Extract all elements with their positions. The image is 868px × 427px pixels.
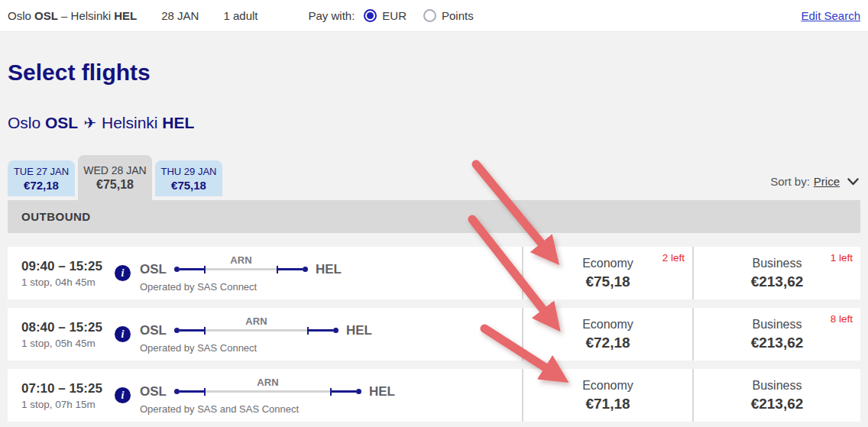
fare-price: €75,18 [585,273,630,290]
route-origin-dot [174,389,180,394]
seats-left-badge: 2 left [662,252,685,264]
sort-by-control[interactable]: Sort by: Price [770,175,859,188]
info-icon[interactable]: i [115,387,131,403]
flight-row: 09:40 – 15:25 1 stop, 04h 45m i OSL ARN … [8,247,860,299]
radio-selected-icon[interactable] [364,9,377,22]
info-icon[interactable]: i [115,326,131,342]
flight-row: 07:10 – 15:25 1 stop, 07h 15m i OSL ARN … [8,369,860,422]
origin-code: OSL [140,323,167,338]
sort-by-label: Sort by: [770,175,810,188]
tab-price-label: €75,18 [96,178,134,192]
date-tab-tue-27-jan[interactable]: TUE 27 JAN €72,18 [8,160,75,196]
airplane-icon: ✈ [83,114,96,132]
cabin-label: Business [753,257,802,270]
summary-to-code: HEL [114,9,137,22]
cabin-label: Economy [582,318,633,332]
route-line: ARN [174,266,308,273]
origin-code: OSL [140,262,167,277]
via-airport-code: ARN [230,254,251,266]
time-block: 07:10 – 15:25 1 stop, 07h 15m [21,381,115,410]
flight-times: 09:40 – 15:25 [21,259,115,274]
pay-option-eur-label[interactable]: EUR [382,9,406,22]
origin-code: OSL [140,384,167,400]
fare-price: €72,18 [585,335,630,351]
via-airport-code: ARN [257,377,278,388]
pay-with-label: Pay with: [308,9,355,22]
page-title: Select flights [8,60,860,86]
route-from-code: OSL [45,114,78,131]
flight-times: 08:40 – 15:25 [21,320,115,335]
pay-option-eur[interactable]: EUR [364,9,406,22]
summary-date: 28 JAN [161,9,199,22]
summary-dash: – [61,9,67,22]
via-airport-code: ARN [245,315,267,327]
seats-left-badge: 1 left [831,252,853,264]
date-tab-strip: TUE 27 JAN €72,18 WED 28 JAN €75,18 THU … [8,155,860,200]
economy-fare-button[interactable]: Economy €72,18 [523,308,692,361]
flight-stops-duration: 1 stop, 04h 45m [21,277,115,288]
route-destination-dot [356,389,361,394]
cabin-label: Business [753,379,802,393]
chevron-down-icon[interactable] [847,178,859,186]
economy-fare-button[interactable]: 2 left Economy €75,18 [523,247,692,299]
economy-fare-button[interactable]: Economy €71,18 [523,369,692,422]
business-fare-button[interactable]: 1 left Business €213,62 [694,247,860,299]
destination-code: HEL [316,262,342,277]
flight-row: 08:40 – 15:25 1 stop, 05h 45m i OSL ARN … [8,308,860,361]
flight-stops-duration: 1 stop, 05h 45m [21,338,115,349]
radio-unselected-icon[interactable] [423,9,436,22]
cabin-label: Economy [582,257,633,270]
flight-times: 07:10 – 15:25 [21,381,115,396]
route-block: OSL ARN HEL Operated by SAS Connect [140,315,372,354]
sort-by-value[interactable]: Price [814,175,840,188]
destination-code: HEL [346,323,372,338]
time-block: 08:40 – 15:25 1 stop, 05h 45m [21,320,115,349]
pay-with-group: Pay with: EUR Points [308,9,484,22]
outbound-section-header: OUTBOUND [8,200,860,233]
destination-code: HEL [369,384,395,400]
fare-price: €213,62 [751,396,804,412]
summary-route: Oslo OSL – Helsinki HEL [8,9,137,22]
pay-option-points[interactable]: Points [423,9,474,22]
tab-price-label: €75,18 [171,179,206,192]
cabin-label: Economy [582,379,633,393]
fare-price: €71,18 [585,396,630,412]
tab-price-label: €72,18 [24,179,59,192]
route-heading: Oslo OSL✈Helsinki HEL [8,114,860,132]
operated-by-text: Operated by SAS Connect [140,281,342,293]
edit-search-link[interactable]: Edit Search [801,9,860,22]
flight-details-cell: 07:10 – 15:25 1 stop, 07h 15m i OSL ARN … [8,369,522,422]
route-block: OSL ARN HEL Operated by SAS Connect [140,254,342,293]
route-destination-dot [333,328,338,333]
time-block: 09:40 – 15:25 1 stop, 04h 45m [21,259,115,288]
tab-day-label: TUE 27 JAN [14,166,69,177]
flight-results-list: 09:40 – 15:25 1 stop, 04h 45m i OSL ARN … [8,247,860,422]
operated-by-text: Operated by SAS Connect [140,342,372,354]
date-tab-wed-28-jan[interactable]: WED 28 JAN €75,18 [78,155,152,200]
summary-passengers: 1 adult [223,9,257,22]
info-icon[interactable]: i [115,265,131,281]
flight-details-cell: 09:40 – 15:25 1 stop, 04h 45m i OSL ARN … [8,247,522,299]
date-tab-thu-29-jan[interactable]: THU 29 JAN €75,18 [155,160,222,196]
summary-from-code: OSL [34,9,58,22]
summary-from-city: Oslo [8,9,31,22]
route-block: OSL ARN HEL Operated by SAS and SAS Conn… [140,377,395,415]
route-to-city: Helsinki [102,114,158,131]
route-origin-dot [174,267,180,272]
route-to-code: HEL [162,114,194,131]
flight-details-cell: 08:40 – 15:25 1 stop, 05h 45m i OSL ARN … [8,308,522,361]
summary-to-city: Helsinki [71,9,112,22]
flight-stops-duration: 1 stop, 07h 15m [21,399,115,410]
operated-by-text: Operated by SAS and SAS Connect [140,403,395,415]
fare-price: €213,62 [751,335,804,351]
route-origin-dot [174,328,180,333]
fare-price: €213,62 [751,273,804,290]
business-fare-button[interactable]: Business €213,62 [694,369,860,422]
tab-day-label: THU 29 JAN [161,166,217,177]
route-line: ARN [174,327,338,335]
cabin-label: Business [753,318,802,332]
seats-left-badge: 8 left [831,313,853,325]
business-fare-button[interactable]: 8 left Business €213,62 [694,308,860,361]
route-from-city: Oslo [8,114,40,131]
pay-option-points-label[interactable]: Points [442,9,474,22]
